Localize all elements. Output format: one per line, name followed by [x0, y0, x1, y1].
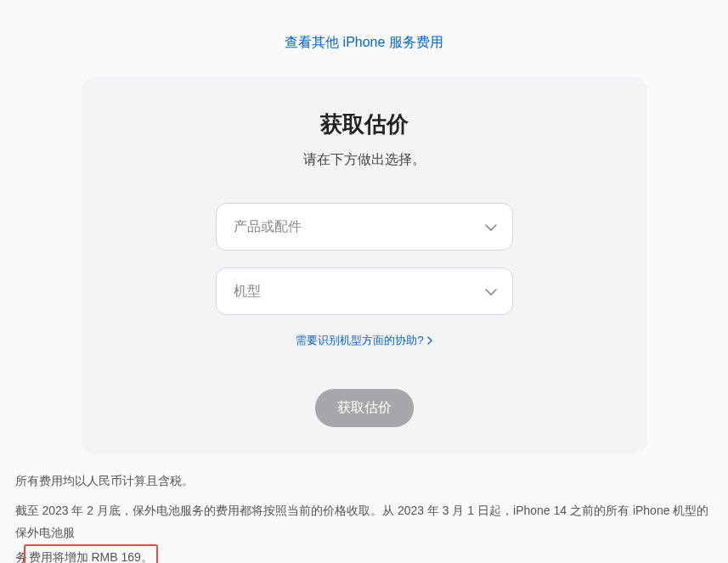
chevron-down-icon [485, 284, 497, 299]
footer-line-2a: 截至 2023 年 2 月底，保外电池服务的费用都将按照当前的价格收取。从 20… [15, 504, 709, 540]
model-select[interactable]: 机型 [216, 267, 513, 315]
footer-line-1: 所有费用均以人民币计算且含税。 [15, 470, 714, 493]
chevron-right-icon [427, 335, 432, 347]
help-link-text: 需要识别机型方面的协助? [296, 333, 423, 348]
top-link-container: 查看其他 iPhone 服务费用 [0, 0, 728, 52]
card-subtitle: 请在下方做出选择。 [116, 151, 613, 169]
product-select-placeholder: 产品或配件 [234, 218, 302, 236]
price-increase-highlight: 费用将增加 RMB 169。 [24, 544, 158, 563]
get-estimate-button[interactable]: 获取估价 [315, 389, 414, 427]
footer-notes: 所有费用均以人民币计算且含税。 截至 2023 年 2 月底，保外电池服务的费用… [12, 470, 717, 563]
chevron-down-icon [485, 219, 497, 234]
estimate-card: 获取估价 请在下方做出选择。 产品或配件 机型 需要识别机型方面的协助? 获取估… [82, 77, 647, 454]
footer-line-2: 截至 2023 年 2 月底，保外电池服务的费用都将按照当前的价格收取。从 20… [15, 499, 714, 563]
other-service-fees-link[interactable]: 查看其他 iPhone 服务费用 [285, 35, 443, 49]
identify-model-help-link[interactable]: 需要识别机型方面的协助? [296, 333, 432, 348]
card-title: 获取估价 [116, 110, 613, 139]
button-row: 获取估价 [116, 389, 613, 427]
product-select[interactable]: 产品或配件 [216, 203, 513, 251]
model-select-placeholder: 机型 [234, 283, 261, 301]
